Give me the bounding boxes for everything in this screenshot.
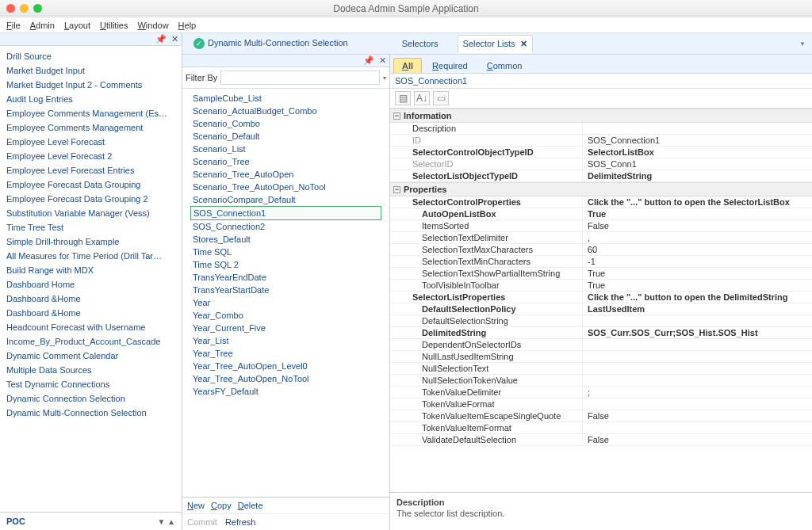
property-value[interactable]: Click the "..." button to open the Selec… <box>583 196 812 208</box>
property-value[interactable] <box>583 351 812 362</box>
property-row[interactable]: SelectionTextDelimiter, <box>390 232 812 244</box>
property-value[interactable]: SOS_Connection1 <box>583 135 812 146</box>
property-row[interactable]: TokenValueItemEscapeSingleQuoteFalse <box>390 410 812 422</box>
selector-list-item[interactable]: Year_List <box>190 334 381 347</box>
property-row[interactable]: NullSelectionTokenValue <box>390 375 812 387</box>
property-value[interactable]: -1 <box>583 256 812 267</box>
left-list[interactable]: Drill SourceMarket Budget InputMarket Bu… <box>0 46 182 512</box>
pin-icon[interactable]: 📌 <box>363 55 374 66</box>
property-row[interactable]: SelectorListPropertiesClick the "..." bu… <box>390 292 812 303</box>
left-list-item[interactable]: Employee Level Forecast <box>5 135 177 149</box>
property-row[interactable]: SelectorListObjectTypeIDDelimitedString <box>390 170 812 182</box>
selector-list-item[interactable]: Scenario_Tree <box>190 155 381 168</box>
selector-list-item[interactable]: Scenario_Combo <box>190 117 381 130</box>
chevron-icon[interactable]: ▼ ▲ <box>157 517 175 526</box>
property-row[interactable]: IDSOS_Connection1 <box>390 135 812 147</box>
tab-selectors[interactable]: Selectors <box>397 36 443 51</box>
property-row[interactable]: SelectionTextMinCharacters-1 <box>390 256 812 268</box>
property-value[interactable]: False <box>583 434 812 445</box>
property-value[interactable]: Click the "..." button to open the Delim… <box>583 292 812 303</box>
alphabetical-icon[interactable]: A↓ <box>414 91 430 105</box>
left-list-item[interactable]: Multiple Data Sources <box>5 363 177 377</box>
property-category[interactable]: −Information <box>390 109 812 123</box>
property-value[interactable]: True <box>583 280 812 291</box>
collapse-icon[interactable]: − <box>393 112 400 120</box>
left-list-item[interactable]: Employee Level Forecast 2 <box>5 149 177 163</box>
left-list-item[interactable]: Audit Log Entries <box>5 92 177 106</box>
menu-admin[interactable]: Admin <box>30 21 55 30</box>
selector-list-item[interactable]: ScenarioCompare_Default <box>190 193 381 206</box>
left-list-item[interactable]: Dynamic Multi-Connection Selection <box>5 406 177 420</box>
left-list-item[interactable]: Employee Comments Management (Es… <box>5 106 177 120</box>
property-row[interactable]: SelectionTextMaxCharacters60 <box>390 244 812 256</box>
left-list-item[interactable]: Market Budget Input 2 - Comments <box>5 78 177 92</box>
left-list-item[interactable]: Dashboard Home <box>5 277 177 292</box>
selector-list-item[interactable]: Year_Tree_AutoOpen_NoTool <box>190 372 381 385</box>
property-value[interactable]: False <box>583 410 812 421</box>
selector-list-item[interactable]: Year_Tree_AutoOpen_Level0 <box>190 360 381 372</box>
collapse-icon[interactable]: − <box>393 186 400 193</box>
tab-main[interactable]: ✓Dynamic Multi-Connection Selection <box>189 35 353 52</box>
property-row[interactable]: AutoOpenListBoxTrue <box>390 208 812 220</box>
selector-list-item[interactable]: Scenario_List <box>190 143 381 155</box>
subtab-all[interactable]: All <box>393 58 422 73</box>
selector-list-item[interactable]: Year_Tree <box>190 347 381 360</box>
selector-list-item[interactable]: Scenario_ActualBudget_Combo <box>190 105 381 117</box>
selector-list-item[interactable]: TransYearEndDate <box>190 271 381 284</box>
property-value[interactable]: ; <box>583 387 812 398</box>
selector-list-item[interactable]: Scenario_Default <box>190 130 381 143</box>
left-list-item[interactable]: Employee Comments Management <box>5 120 177 135</box>
delete-button[interactable]: Delete <box>238 501 263 510</box>
property-value[interactable]: True <box>583 208 812 219</box>
property-row[interactable]: SelectorIDSOS_Conn1 <box>390 158 812 170</box>
property-category[interactable]: −Properties <box>390 182 812 196</box>
selector-list-item[interactable]: Stores_Default <box>190 233 381 246</box>
left-list-item[interactable]: Substitution Variable Manager (Vess) <box>5 206 177 220</box>
selector-list-items[interactable]: SampleCube_ListScenario_ActualBudget_Com… <box>182 89 389 497</box>
tab-overflow-icon[interactable]: ▼ <box>799 40 806 48</box>
property-row[interactable]: TokenValueFormat <box>390 398 812 410</box>
menu-file[interactable]: File <box>6 21 21 30</box>
left-list-item[interactable]: Build Range with MDX <box>5 263 177 277</box>
property-value[interactable] <box>583 363 812 374</box>
left-list-item[interactable]: Employee Forecast Data Grouping <box>5 177 177 192</box>
property-value[interactable]: 60 <box>583 244 812 255</box>
selector-list-item[interactable]: TransYearStartDate <box>190 284 381 296</box>
property-value[interactable]: , <box>583 232 812 243</box>
property-value[interactable]: LastUsedItem <box>583 303 812 315</box>
property-row[interactable]: SelectionTextShowPartialItemStringTrue <box>390 268 812 280</box>
property-row[interactable]: ValidateDefaultSelectionFalse <box>390 434 812 446</box>
left-list-item[interactable]: Dynamic Comment Calendar <box>5 349 177 363</box>
tab-selector-lists[interactable]: Selector Lists✕ <box>458 35 533 53</box>
selector-list-item[interactable]: Year <box>190 296 381 309</box>
property-row[interactable]: SelectorControlObjectTypeIDSelectorListB… <box>390 147 812 158</box>
property-row[interactable]: TokenValueItemFormat <box>390 422 812 434</box>
property-row[interactable]: DelimitedStringSOS_Curr.SOS_Curr;SOS_His… <box>390 327 812 339</box>
left-list-item[interactable]: Dashboard &Home <box>5 306 177 320</box>
property-value[interactable]: SOS_Curr.SOS_Curr;SOS_Hist.SOS_Hist <box>583 327 812 338</box>
property-value[interactable]: SOS_Conn1 <box>583 158 812 170</box>
property-row[interactable]: DependentOnSelectorIDs <box>390 339 812 351</box>
menu-window[interactable]: Window <box>137 21 168 30</box>
property-value[interactable]: SelectorListBox <box>583 147 812 158</box>
property-row[interactable]: DefaultSelectionPolicyLastUsedItem <box>390 303 812 315</box>
menu-layout[interactable]: Layout <box>64 21 90 30</box>
close-tab-icon[interactable]: ✕ <box>520 39 527 48</box>
categorized-icon[interactable]: ▤ <box>395 91 411 105</box>
left-list-item[interactable]: Drill Source <box>5 49 177 63</box>
property-value[interactable] <box>583 422 812 433</box>
selector-list-item[interactable]: Year_Current_Five <box>190 322 381 334</box>
selector-list-item[interactable]: SOS_Connection1 <box>190 206 381 220</box>
selector-list-item[interactable]: Scenario_Tree_AutoOpen_NoTool <box>190 181 381 193</box>
close-panel-icon[interactable]: ✕ <box>171 34 178 44</box>
filter-dropdown-icon[interactable]: ▾ <box>383 74 386 82</box>
subtab-required[interactable]: Required <box>423 58 477 73</box>
menu-help[interactable]: Help <box>178 21 197 30</box>
property-value[interactable] <box>583 315 812 326</box>
refresh-button[interactable]: Refresh <box>225 517 256 527</box>
property-row[interactable]: SelectorControlPropertiesClick the "..."… <box>390 196 812 208</box>
left-list-item[interactable]: Dashboard &Home <box>5 292 177 306</box>
property-row[interactable]: ToolVisibleInToolbarTrue <box>390 280 812 292</box>
left-list-item[interactable]: All Measures for Time Period (Drill Tar… <box>5 249 177 263</box>
left-list-item[interactable]: Employee Level Forecast Entries <box>5 163 177 177</box>
